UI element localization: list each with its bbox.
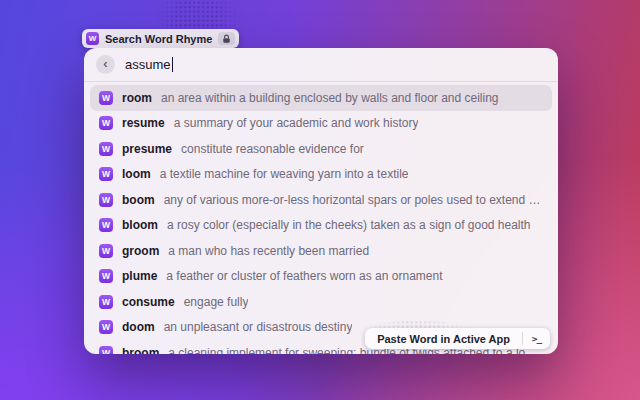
result-definition: engage fully bbox=[184, 295, 249, 309]
desktop-background: W Search Word Rhyme ‹ assume W room an a… bbox=[0, 0, 640, 400]
word-rhyme-result-icon: W bbox=[99, 218, 113, 232]
list-item[interactable]: W plume a feather or cluster of feathers… bbox=[90, 264, 552, 290]
word-rhyme-result-icon: W bbox=[99, 193, 113, 207]
word-rhyme-result-icon: W bbox=[99, 295, 113, 309]
word-rhyme-result-icon: W bbox=[99, 244, 113, 258]
result-word: boom bbox=[122, 193, 155, 207]
result-definition: any of various more-or-less horizontal s… bbox=[164, 193, 543, 207]
result-definition: a man who has recently been married bbox=[168, 244, 369, 258]
list-item[interactable]: W resume a summary of your academic and … bbox=[90, 111, 552, 137]
word-rhyme-app-icon: W bbox=[86, 32, 99, 45]
result-word: broom bbox=[122, 346, 159, 354]
result-definition: an area within a building enclosed by wa… bbox=[161, 91, 499, 105]
result-word: bloom bbox=[122, 218, 158, 232]
list-item[interactable]: W groom a man who has recently been marr… bbox=[90, 238, 552, 264]
search-results-window: ‹ assume W room an area within a buildin… bbox=[84, 48, 558, 354]
word-rhyme-result-icon: W bbox=[99, 320, 113, 334]
result-word: presume bbox=[122, 142, 172, 156]
result-word: room bbox=[122, 91, 152, 105]
list-item[interactable]: W loom a textile machine for weaving yar… bbox=[90, 162, 552, 188]
word-rhyme-result-icon: W bbox=[99, 116, 113, 130]
primary-action-bar[interactable]: Paste Word in Active App >_ bbox=[365, 328, 550, 349]
result-definition: a feather or cluster of feathers worn as… bbox=[166, 269, 442, 283]
command-badge[interactable]: W Search Word Rhyme bbox=[82, 29, 239, 48]
list-item[interactable]: W consume engage fully bbox=[90, 289, 552, 315]
result-definition: constitute reasonable evidence for bbox=[181, 142, 364, 156]
word-rhyme-result-icon: W bbox=[99, 142, 113, 156]
word-rhyme-result-icon: W bbox=[99, 167, 113, 181]
list-item[interactable]: W boom any of various more-or-less horiz… bbox=[90, 187, 552, 213]
search-input[interactable]: assume bbox=[125, 57, 173, 72]
command-title: Search Word Rhyme bbox=[105, 33, 212, 45]
word-rhyme-result-icon: W bbox=[99, 269, 113, 283]
result-definition: a textile machine for weaving yarn into … bbox=[160, 167, 409, 181]
result-word: doom bbox=[122, 320, 155, 334]
list-item[interactable]: W presume constitute reasonable evidence… bbox=[90, 136, 552, 162]
result-definition: a summary of your academic and work hist… bbox=[174, 116, 419, 130]
search-input-value: assume bbox=[125, 57, 171, 72]
paste-word-button[interactable]: Paste Word in Active App bbox=[365, 333, 522, 345]
list-item[interactable]: W bloom a rosy color (especially in the … bbox=[90, 213, 552, 239]
lock-icon bbox=[218, 32, 235, 45]
word-rhyme-result-icon: W bbox=[99, 346, 113, 354]
result-word: consume bbox=[122, 295, 175, 309]
list-item[interactable]: W room an area within a building enclose… bbox=[90, 85, 552, 111]
result-word: plume bbox=[122, 269, 157, 283]
terminal-prompt-icon[interactable]: >_ bbox=[523, 333, 550, 344]
text-caret bbox=[172, 57, 174, 72]
search-bar: ‹ assume bbox=[84, 48, 558, 82]
word-rhyme-result-icon: W bbox=[99, 91, 113, 105]
back-button[interactable]: ‹ bbox=[96, 55, 115, 74]
result-word: resume bbox=[122, 116, 165, 130]
result-word: loom bbox=[122, 167, 151, 181]
result-definition: a rosy color (especially in the cheeks) … bbox=[167, 218, 531, 232]
results-list: W room an area within a building enclose… bbox=[84, 82, 558, 354]
result-definition: an unpleasant or disastrous destiny bbox=[164, 320, 353, 334]
result-word: groom bbox=[122, 244, 159, 258]
